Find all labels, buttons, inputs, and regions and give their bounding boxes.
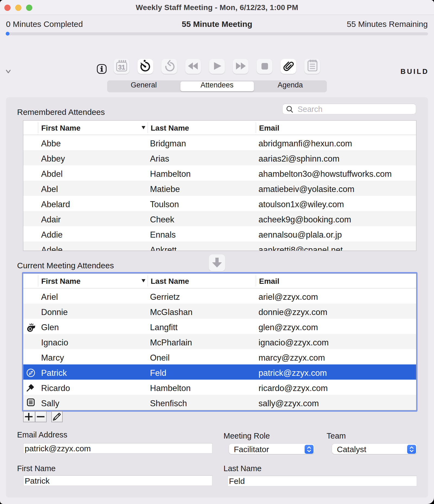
svg-text:31: 31: [118, 64, 125, 71]
